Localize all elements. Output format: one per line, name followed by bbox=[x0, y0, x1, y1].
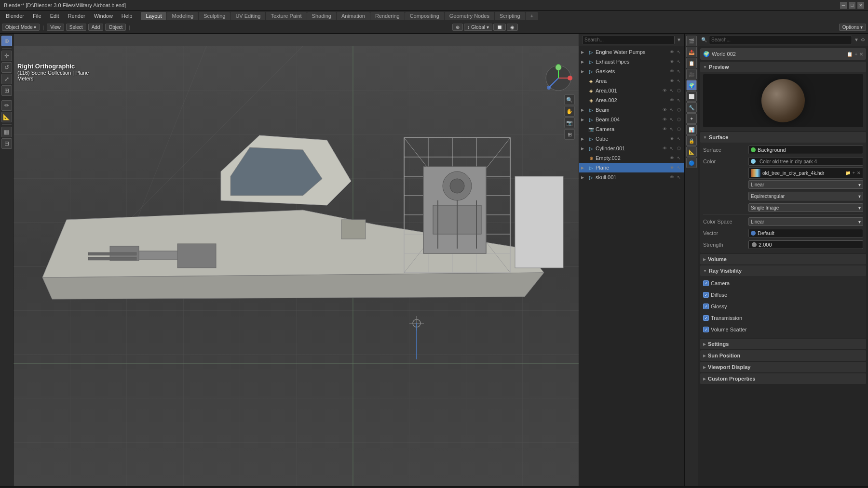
scale-tool[interactable]: ⤢ bbox=[1, 74, 12, 84]
outliner-item-beam[interactable]: ▶ ▷ Beam 👁 ↖ ⬡ bbox=[579, 105, 684, 115]
world-browse-btn[interactable]: 📋 bbox=[847, 52, 853, 57]
outliner-item-cylinder001[interactable]: ▶ ▷ Cylinder.001 👁 ↖ ⬡ bbox=[579, 144, 684, 153]
prop-tab-physics[interactable]: 📊 bbox=[686, 124, 697, 135]
menu-render[interactable]: Render bbox=[64, 12, 89, 20]
prop-tab-output[interactable]: 📤 bbox=[686, 47, 697, 57]
select-btn[interactable]: ↖ bbox=[676, 155, 682, 161]
outliner-item-engine-water-pumps[interactable]: ▶ ▷ Engine Water Pumps 👁 ↖ bbox=[579, 47, 684, 57]
close-button[interactable]: ✕ bbox=[857, 2, 864, 9]
settings-header[interactable]: ▶ Settings bbox=[700, 339, 866, 349]
maximize-button[interactable]: □ bbox=[849, 2, 855, 9]
mode-selector[interactable]: Object Mode ▾ bbox=[2, 24, 40, 31]
visibility-btn[interactable]: 👁 bbox=[661, 126, 668, 132]
measure-tool[interactable]: 📐 bbox=[1, 112, 12, 122]
prop-tab-render[interactable]: 🎬 bbox=[686, 36, 697, 46]
transmission-checkbox[interactable]: ✓ bbox=[703, 315, 709, 321]
select-btn[interactable]: ↖ bbox=[676, 135, 682, 142]
workspace-uv-editing[interactable]: UV Editing bbox=[231, 12, 265, 20]
snap-toggle[interactable]: 🔲 bbox=[493, 24, 506, 31]
color-space-select[interactable]: Linear ▾ bbox=[748, 217, 863, 226]
volume-section-header[interactable]: ▶ Volume bbox=[700, 254, 866, 264]
proportional-editing[interactable]: ◉ bbox=[507, 24, 518, 31]
workspace-modeling[interactable]: Modeling bbox=[167, 12, 198, 20]
preview-section-header[interactable]: ▼ Preview bbox=[700, 62, 866, 72]
select-btn[interactable]: ↖ bbox=[676, 97, 682, 104]
menu-edit[interactable]: Edit bbox=[46, 12, 63, 20]
ray-visibility-header[interactable]: ▼ Ray Visibility bbox=[700, 265, 866, 276]
outliner-item-area001[interactable]: ◈ Area.001 👁 ↖ ⬡ bbox=[579, 86, 684, 95]
prop-tab-view-layer[interactable]: 📋 bbox=[686, 58, 697, 68]
menu-blender[interactable]: Blender bbox=[2, 12, 28, 20]
select-btn[interactable]: ↖ bbox=[668, 87, 675, 94]
zoom-in-btn[interactable]: 🔍 bbox=[564, 94, 575, 105]
viewport-display-header[interactable]: ▶ Viewport Display bbox=[700, 362, 866, 372]
outliner-item-beam004[interactable]: ▶ ▷ Beam.004 👁 ↖ ⬡ bbox=[579, 115, 684, 124]
visibility-btn[interactable]: 👁 bbox=[668, 49, 675, 55]
linear-select[interactable]: Linear ▾ bbox=[748, 180, 863, 189]
select-btn[interactable]: ↖ bbox=[668, 145, 675, 152]
add-grid-tool[interactable]: ⊟ bbox=[1, 138, 12, 149]
visibility-btn[interactable]: 👁 bbox=[668, 97, 675, 104]
hdr-browse-btn[interactable]: 📁 bbox=[845, 171, 851, 175]
custom-properties-header[interactable]: ▶ Custom Properties bbox=[700, 373, 866, 384]
workspace-layout[interactable]: Layout bbox=[141, 12, 166, 20]
filter-icon[interactable]: ▼ bbox=[677, 37, 681, 42]
workspace-shading[interactable]: Shading bbox=[307, 12, 336, 20]
select-btn[interactable]: ↖ bbox=[676, 58, 682, 65]
camera-view-btn[interactable]: 📷 bbox=[564, 118, 575, 128]
view-menu[interactable]: View bbox=[47, 24, 64, 31]
select-btn[interactable]: ↖ bbox=[676, 174, 682, 181]
strength-value-field[interactable]: 2.000 bbox=[748, 240, 863, 249]
visibility-btn[interactable]: 👁 bbox=[661, 106, 668, 113]
minimize-button[interactable]: ─ bbox=[840, 2, 847, 9]
prop-tab-particles[interactable]: ✦ bbox=[686, 113, 697, 124]
prop-tab-material[interactable]: 🔵 bbox=[686, 158, 697, 168]
hdr-unlink-btn[interactable]: ✕ bbox=[857, 171, 861, 175]
filter-btn[interactable]: ▼ bbox=[854, 37, 859, 42]
outliner-item-cube[interactable]: ▶ ▷ Cube 👁 ↖ bbox=[579, 134, 684, 144]
workspace-geometry-nodes[interactable]: Geometry Nodes bbox=[445, 12, 494, 20]
pan-btn[interactable]: ✋ bbox=[564, 106, 575, 117]
prop-tab-scene[interactable]: 🎥 bbox=[686, 69, 697, 79]
visibility-btn[interactable]: 👁 bbox=[661, 145, 668, 152]
extra-btn[interactable]: ⬡ bbox=[676, 116, 682, 123]
navigation-gizmo[interactable] bbox=[544, 64, 573, 92]
surface-shader-value[interactable]: Background bbox=[748, 145, 863, 154]
properties-search-input[interactable] bbox=[709, 36, 852, 44]
sun-position-header[interactable]: ▶ Sun Position bbox=[700, 350, 866, 361]
rotate-tool[interactable]: ↺ bbox=[1, 62, 12, 73]
prop-tab-object[interactable]: ⬜ bbox=[686, 91, 697, 102]
workspace-scripting[interactable]: Scripting bbox=[495, 12, 525, 20]
transform-space[interactable]: ↕ Global ▾ bbox=[464, 24, 492, 31]
select-btn[interactable]: ↖ bbox=[676, 164, 682, 171]
workspace-animation[interactable]: Animation bbox=[337, 12, 370, 20]
prop-tab-modifier[interactable]: 🔧 bbox=[686, 102, 697, 113]
outliner-item-camera[interactable]: 📷 Camera 👁 ↖ ⬡ bbox=[579, 124, 684, 134]
prop-tab-constraints[interactable]: 🔒 bbox=[686, 135, 697, 146]
equirectangular-select[interactable]: Equirectangular ▾ bbox=[748, 192, 863, 200]
transform-tool[interactable]: ⊞ bbox=[1, 85, 12, 96]
prop-tab-world[interactable]: 🌍 bbox=[686, 80, 697, 91]
visibility-btn[interactable]: 👁 bbox=[668, 155, 675, 161]
outliner-item-skull001[interactable]: ▶ ▷ skull.001 👁 ↖ bbox=[579, 172, 684, 182]
annotate-tool[interactable]: ✏ bbox=[1, 100, 12, 111]
workspace-texture-paint[interactable]: Texture Paint bbox=[266, 12, 306, 20]
camera-checkbox[interactable]: ✓ bbox=[703, 280, 709, 286]
outliner-item-exhaust-pipes[interactable]: ▶ ▷ Exhaust Pipes 👁 ↖ bbox=[579, 57, 684, 66]
prop-tab-data[interactable]: 📐 bbox=[686, 146, 697, 157]
diffuse-checkbox[interactable]: ✓ bbox=[703, 292, 709, 298]
world-new-btn[interactable]: + bbox=[854, 52, 857, 57]
menu-file[interactable]: File bbox=[29, 12, 45, 20]
hdr-file-bar[interactable]: old_tree_in_city_park_4k.hdr 📁 + ✕ bbox=[748, 167, 863, 179]
visibility-btn[interactable]: 👁 bbox=[668, 174, 675, 181]
outliner-search-input[interactable] bbox=[582, 36, 675, 44]
object-menu[interactable]: Object bbox=[105, 24, 126, 31]
select-btn[interactable]: ↖ bbox=[668, 116, 675, 123]
visibility-btn[interactable]: 👁 bbox=[668, 58, 675, 65]
select-btn[interactable]: ↖ bbox=[676, 78, 682, 84]
options-button[interactable]: Options ▾ bbox=[839, 24, 866, 31]
outliner-item-empty002[interactable]: ⊕ Empty.002 👁 ↖ bbox=[579, 153, 684, 163]
add-menu[interactable]: Add bbox=[88, 24, 104, 31]
menu-window[interactable]: Window bbox=[90, 12, 117, 20]
outliner-item-plane[interactable]: ▶ ▷ Plane 👁 ↖ bbox=[579, 163, 684, 172]
